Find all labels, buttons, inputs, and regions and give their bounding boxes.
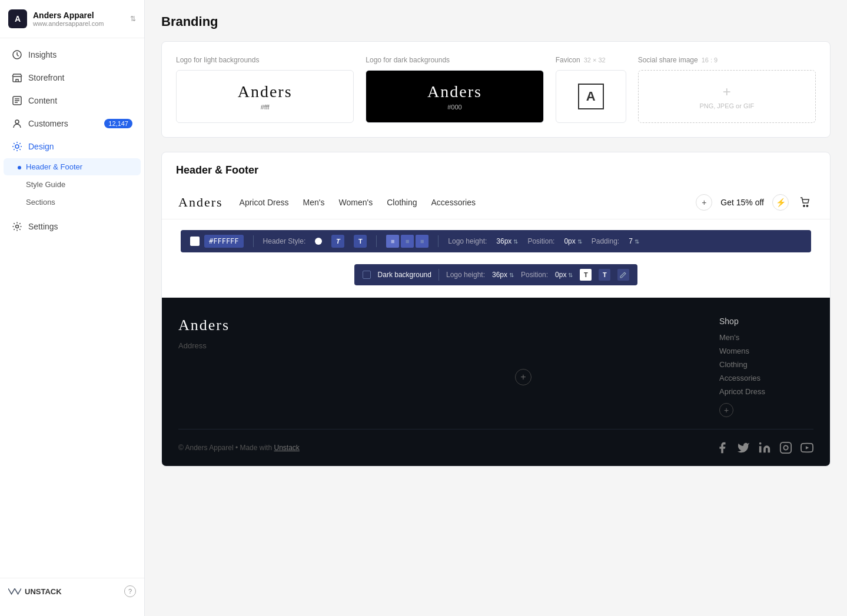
position-stepper-icon[interactable]: ⇅ [577, 238, 582, 245]
help-button[interactable]: ? [124, 585, 136, 597]
sidebar-subitem-header-footer[interactable]: Header & Footer [4, 158, 141, 175]
instagram-icon[interactable] [779, 441, 792, 454]
dark-bg-label: Dark background [378, 271, 431, 279]
logo-height-stepper-icon[interactable]: ⇅ [513, 238, 518, 245]
align-right-btn[interactable]: ≡ [416, 235, 429, 248]
toolbar-divider-1 [253, 235, 254, 247]
storefront-label: Storefront [28, 73, 64, 82]
header-nav-link-womens[interactable]: Women's [339, 198, 373, 207]
favicon-label: Favicon 32 × 32 [556, 56, 626, 64]
svg-point-6 [803, 205, 805, 207]
logo-dark-box[interactable]: Anders #000 [366, 70, 543, 123]
dark-position-stepper[interactable]: 0px ⇅ [555, 271, 573, 279]
sidebar-header[interactable]: A Anders Apparel www.andersapparel.com ⇅ [0, 0, 144, 38]
page-title: Branding [161, 14, 831, 29]
header-flash-icon[interactable]: ⚡ [772, 194, 789, 211]
insights-icon [12, 49, 22, 60]
footer-link-apricot[interactable]: Apricot Dress [719, 387, 813, 396]
header-nav-link-accessories[interactable]: Accessories [431, 198, 476, 207]
footer-add-column-btn[interactable]: + [515, 369, 532, 385]
dark-edit-icon-btn[interactable] [617, 269, 629, 281]
logo-light-box[interactable]: Anders #fff [176, 70, 354, 123]
unstack-icon [8, 587, 21, 596]
dark-logo-height-label: Logo height: [446, 271, 485, 279]
branding-grid: Logo for light backgrounds Anders #fff L… [176, 56, 816, 123]
toolbar-divider-2 [376, 235, 377, 247]
logo-dark-hex: #000 [447, 104, 461, 111]
footer-link-clothing[interactable]: Clothing [719, 360, 813, 369]
unstack-logo: UNSTACK [8, 587, 62, 596]
footer-grid: Anders Address + Shop Men's Womens Cloth… [178, 317, 813, 417]
logo-dark-label: Logo for dark backgrounds [366, 56, 543, 64]
footer-right-col: Shop Men's Womens Clothing Accessories A… [719, 317, 813, 417]
sidebar-subitem-style-guide[interactable]: Style Guide [4, 176, 141, 193]
sidebar-item-insights[interactable]: Insights [4, 44, 141, 66]
sidebar-item-customers[interactable]: Customers 12,147 [4, 112, 141, 135]
sidebar-item-content[interactable]: Content [4, 89, 141, 112]
favicon-box[interactable]: A [556, 70, 626, 123]
footer-add-link-btn[interactable]: + [719, 403, 733, 417]
logo-height-stepper[interactable]: 36px ⇅ [496, 237, 518, 245]
dark-position-stepper-icon[interactable]: ⇅ [568, 272, 573, 278]
header-cart-icon[interactable] [797, 194, 813, 211]
padding-stepper[interactable]: 7 ⇅ [629, 237, 639, 245]
sidebar-item-settings[interactable]: Settings [4, 215, 141, 238]
social-share-item: Social share image 16 : 9 + PNG, JPEG or… [638, 56, 816, 123]
sidebar-item-design[interactable]: Design [4, 135, 141, 158]
footer-logo: Anders [178, 317, 719, 334]
twitter-icon[interactable] [737, 441, 750, 454]
align-left-btn[interactable]: ≡ [386, 235, 399, 248]
svg-point-7 [806, 205, 808, 207]
logo-height-label: Logo height: [448, 237, 487, 245]
header-nav-bar: Anders Apricot Dress Men's Women's Cloth… [162, 186, 830, 219]
brand-chevron-icon[interactable]: ⇅ [130, 15, 136, 23]
footer-left-col: Anders Address + [178, 317, 719, 417]
logo-light-text: Anders [238, 82, 293, 101]
sidebar-subitem-sections[interactable]: Sections [4, 194, 141, 211]
footer-link-mens[interactable]: Men's [719, 333, 813, 342]
facebook-icon[interactable] [716, 441, 729, 454]
linkedin-icon[interactable] [758, 441, 771, 454]
footer-unstack-link[interactable]: Unstack [274, 444, 299, 452]
social-share-box[interactable]: + PNG, JPEG or GIF [638, 70, 816, 123]
youtube-icon[interactable] [801, 441, 813, 454]
social-share-label: Social share image 16 : 9 [638, 56, 816, 64]
footer-link-accessories[interactable]: Accessories [719, 374, 813, 382]
sidebar-nav: Insights Storefront Content [0, 38, 144, 578]
footer-link-womens[interactable]: Womens [719, 347, 813, 355]
toolbar-align-group: ≡ ≡ ≡ [386, 235, 429, 248]
header-color-box [190, 237, 200, 246]
logo-dark-item: Logo for dark backgrounds Anders #000 [366, 56, 543, 123]
header-nav-link-mens[interactable]: Men's [303, 198, 325, 207]
header-style-bold-btn[interactable]: T [331, 235, 344, 248]
position-stepper[interactable]: 0px ⇅ [564, 237, 582, 245]
dark-logo-stepper-icon[interactable]: ⇅ [509, 272, 514, 278]
design-label: Design [28, 142, 54, 151]
sidebar-item-storefront[interactable]: Storefront [4, 66, 141, 89]
position-label: Position: [527, 237, 554, 245]
branding-section: Logo for light backgrounds Anders #fff L… [161, 41, 831, 138]
header-style-label: Header Style: [263, 237, 306, 245]
header-nav-link-apricot[interactable]: Apricot Dress [240, 198, 289, 207]
svg-point-4 [15, 145, 19, 148]
align-center-btn[interactable]: ≡ [401, 235, 414, 248]
footer-shop-title: Shop [719, 317, 813, 326]
header-style-italic-btn[interactable]: T [354, 235, 367, 248]
svg-point-8 [759, 442, 762, 445]
dark-text-btn-light[interactable]: T [580, 269, 592, 281]
padding-stepper-icon[interactable]: ⇅ [635, 238, 639, 245]
header-add-nav-button[interactable]: + [696, 194, 712, 211]
header-color-swatch[interactable]: #FFFFFF [190, 235, 244, 248]
dark-bg-checkbox[interactable] [363, 271, 371, 279]
padding-label: Padding: [592, 237, 619, 245]
header-preview-area: Anders Apricot Dress Men's Women's Cloth… [162, 186, 830, 298]
sidebar: A Anders Apparel www.andersapparel.com ⇅… [0, 0, 145, 616]
header-style-dot[interactable] [315, 238, 322, 245]
header-nav-link-clothing[interactable]: Clothing [387, 198, 417, 207]
content-label: Content [28, 96, 57, 105]
logo-light-label: Logo for light backgrounds [176, 56, 354, 64]
insights-label: Insights [28, 50, 57, 59]
dark-logo-height-stepper[interactable]: 36px ⇅ [492, 271, 514, 279]
dark-text-btn-dark[interactable]: T [599, 269, 610, 281]
svg-point-3 [15, 120, 19, 124]
